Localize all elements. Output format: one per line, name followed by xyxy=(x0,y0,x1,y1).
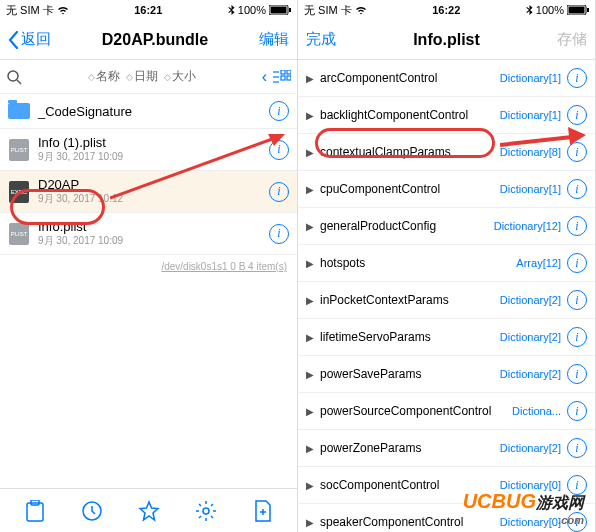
done-button[interactable]: 完成 xyxy=(306,30,336,49)
back-button[interactable]: 返回 xyxy=(8,30,51,49)
file-row-plist-2[interactable]: PLIST Info.plist9月 30, 2017 10:09 i xyxy=(0,213,297,255)
sort-size[interactable]: ◇大小 xyxy=(164,68,196,85)
file-row-exec[interactable]: EXEC D20AP9月 30, 2017 10:12 i xyxy=(0,171,297,213)
info-button[interactable]: i xyxy=(567,475,587,495)
disclosure-triangle-icon[interactable]: ▶ xyxy=(306,443,314,454)
plist-key: arcComponentControl xyxy=(320,71,494,85)
nav-bar: 完成 Info.plist 存储 xyxy=(298,20,595,60)
edit-button[interactable]: 编辑 xyxy=(259,30,289,49)
recent-icon[interactable] xyxy=(80,499,104,523)
plist-row[interactable]: ▶powerSourceComponentControlDictiona...i xyxy=(298,393,595,430)
file-row-plist[interactable]: PLIST Info (1).plist9月 30, 2017 10:09 i xyxy=(0,129,297,171)
grid-view-icon[interactable] xyxy=(273,70,291,84)
plist-key: powerSaveParams xyxy=(320,367,494,381)
svg-rect-11 xyxy=(287,76,291,80)
new-file-icon[interactable] xyxy=(251,499,275,523)
info-button[interactable]: i xyxy=(567,327,587,347)
info-button[interactable]: i xyxy=(567,364,587,384)
info-button[interactable]: i xyxy=(269,140,289,160)
plist-row[interactable]: ▶cpuComponentControlDictionary[1]i xyxy=(298,171,595,208)
clock: 16:22 xyxy=(432,4,460,16)
disclosure-triangle-icon[interactable]: ▶ xyxy=(306,73,314,84)
plist-row[interactable]: ▶socComponentControlDictionary[0]i xyxy=(298,467,595,504)
plist-type: Dictionary[2] xyxy=(500,442,561,454)
plist-key: cpuComponentControl xyxy=(320,182,494,196)
bluetooth-icon xyxy=(228,5,235,16)
search-icon[interactable] xyxy=(6,69,22,85)
disclosure-triangle-icon[interactable]: ▶ xyxy=(306,184,314,195)
info-button[interactable]: i xyxy=(567,179,587,199)
settings-icon[interactable] xyxy=(194,499,218,523)
plist-key: hotspots xyxy=(320,256,510,270)
battery-icon xyxy=(269,5,291,15)
plist-type: Dictionary[1] xyxy=(500,183,561,195)
info-button[interactable]: i xyxy=(567,68,587,88)
page-title: Info.plist xyxy=(413,31,480,49)
info-button[interactable]: i xyxy=(567,290,587,310)
plist-row[interactable]: ▶powerZoneParamsDictionary[2]i xyxy=(298,430,595,467)
info-button[interactable]: i xyxy=(567,142,587,162)
disclosure-triangle-icon[interactable]: ▶ xyxy=(306,147,314,158)
left-pane: 无 SIM 卡 16:21 100% 返回 D20AP.bundle 编辑 xyxy=(0,0,298,532)
plist-row[interactable]: ▶inPocketContextParamsDictionary[2]i xyxy=(298,282,595,319)
plist-row[interactable]: ▶speakerComponentControlDictionary[0]i xyxy=(298,504,595,532)
disclosure-triangle-icon[interactable]: ▶ xyxy=(306,406,314,417)
plist-type: Dictionary[2] xyxy=(500,331,561,343)
disclosure-triangle-icon[interactable]: ▶ xyxy=(306,295,314,306)
plist-row[interactable]: ▶backlightComponentControlDictionary[1]i xyxy=(298,97,595,134)
save-button[interactable]: 存储 xyxy=(557,30,587,49)
svg-rect-17 xyxy=(568,7,584,14)
sort-name[interactable]: ◇名称 xyxy=(88,68,120,85)
back-label: 返回 xyxy=(21,30,51,49)
disclosure-triangle-icon[interactable]: ▶ xyxy=(306,110,314,121)
battery-pct: 100% xyxy=(238,4,266,16)
plist-row[interactable]: ▶hotspotsArray[12]i xyxy=(298,245,595,282)
plist-list: ▶arcComponentControlDictionary[1]i▶backl… xyxy=(298,60,595,532)
plist-type: Dictionary[12] xyxy=(494,220,561,232)
back-history-icon[interactable]: ‹ xyxy=(262,68,267,86)
battery-icon xyxy=(567,5,589,15)
plist-row[interactable]: ▶powerSaveParamsDictionary[2]i xyxy=(298,356,595,393)
disclosure-triangle-icon[interactable]: ▶ xyxy=(306,369,314,380)
info-button[interactable]: i xyxy=(567,438,587,458)
plist-row[interactable]: ▶arcComponentControlDictionary[1]i xyxy=(298,60,595,97)
info-button[interactable]: i xyxy=(567,401,587,421)
plist-key: powerZoneParams xyxy=(320,441,494,455)
info-button[interactable]: i xyxy=(567,105,587,125)
favorite-icon[interactable] xyxy=(137,499,161,523)
info-button[interactable]: i xyxy=(269,182,289,202)
page-title: D20AP.bundle xyxy=(102,31,208,49)
info-button[interactable]: i xyxy=(567,512,587,532)
disk-meta: /dev/disk0s1s1 0 B 4 item(s) xyxy=(0,255,297,278)
svg-line-4 xyxy=(17,80,21,84)
wifi-icon xyxy=(355,6,367,15)
plist-key: backlightComponentControl xyxy=(320,108,494,122)
info-button[interactable]: i xyxy=(269,101,289,121)
disclosure-triangle-icon[interactable]: ▶ xyxy=(306,221,314,232)
plist-row[interactable]: ▶contextualClampParamsDictionary[8]i xyxy=(298,134,595,171)
clipboard-icon[interactable] xyxy=(23,499,47,523)
toolbar: ◇名称 ◇日期 ◇大小 ‹ xyxy=(0,60,297,94)
plist-row[interactable]: ▶generalProductConfigDictionary[12]i xyxy=(298,208,595,245)
disclosure-triangle-icon[interactable]: ▶ xyxy=(306,480,314,491)
plist-type: Dictionary[1] xyxy=(500,72,561,84)
wifi-icon xyxy=(57,6,69,15)
plist-row[interactable]: ▶lifetimeServoParamsDictionary[2]i xyxy=(298,319,595,356)
sort-date[interactable]: ◇日期 xyxy=(126,68,158,85)
info-button[interactable]: i xyxy=(269,224,289,244)
plist-type: Dictionary[1] xyxy=(500,109,561,121)
info-button[interactable]: i xyxy=(567,216,587,236)
nav-bar: 返回 D20AP.bundle 编辑 xyxy=(0,20,297,60)
info-button[interactable]: i xyxy=(567,253,587,273)
carrier-label: 无 SIM 卡 xyxy=(304,3,352,18)
file-row-folder[interactable]: _CodeSignature i xyxy=(0,94,297,129)
plist-key: speakerComponentControl xyxy=(320,515,494,529)
disclosure-triangle-icon[interactable]: ▶ xyxy=(306,332,314,343)
exec-icon: EXEC xyxy=(9,181,29,203)
plist-key: inPocketContextParams xyxy=(320,293,494,307)
disclosure-triangle-icon[interactable]: ▶ xyxy=(306,258,314,269)
disclosure-triangle-icon[interactable]: ▶ xyxy=(306,517,314,528)
svg-rect-8 xyxy=(281,70,285,74)
folder-icon xyxy=(8,103,30,119)
status-bar: 无 SIM 卡 16:22 100% xyxy=(298,0,595,20)
